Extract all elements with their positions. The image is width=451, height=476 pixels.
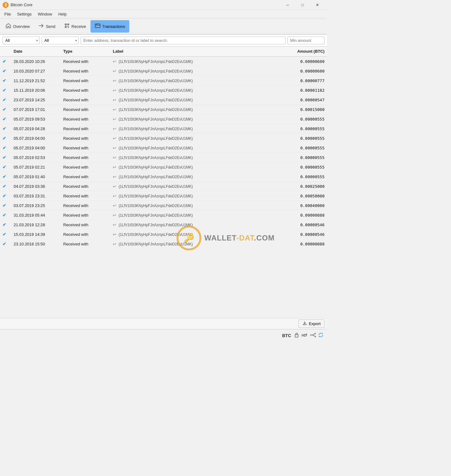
row-status: ✔: [0, 66, 11, 76]
row-status: ✔: [0, 162, 11, 172]
label-icon: ↩: [113, 69, 116, 73]
label-address: (1LfV1tSt3KNyHpFJnAzrqsLFdeD2EvU1MK): [119, 194, 193, 198]
row-label: ↩ (1LfV1tSt3KNyHpFJnAzrqsLFdeD2EvU1MK): [110, 95, 287, 105]
row-status: ✔: [0, 191, 11, 201]
date-filter[interactable]: All: [42, 37, 79, 44]
min-amount-input[interactable]: [287, 37, 325, 44]
row-type: Received with: [61, 182, 110, 191]
maximize-button[interactable]: □: [295, 0, 310, 10]
table-row[interactable]: ✔ 05.07.2019 04:28 Received with ↩ (1LfV…: [0, 124, 327, 134]
label-address: (1LfV1tSt3KNyHpFJnAzrqsLFdeD2EvU1MK): [119, 98, 193, 102]
table-row[interactable]: ✔ 31.03.2019 05:44 Received with ↩ (1LfV…: [0, 210, 327, 220]
row-type: Received with: [61, 105, 110, 114]
export-button[interactable]: Export: [298, 320, 325, 328]
table-row[interactable]: ✔ 15.03.2019 14:39 Received with ↩ (1LfV…: [0, 230, 327, 239]
table-row[interactable]: ✔ 26.03.2020 10:26 Received with ↩ (1LfV…: [0, 56, 327, 66]
table-row[interactable]: ✔ 05.07.2019 04:00 Received with ↩ (1LfV…: [0, 134, 327, 143]
row-type: Received with: [61, 143, 110, 153]
row-label: ↩ (1LfV1tSt3KNyHpFJnAzrqsLFdeD2EvU1MK): [110, 239, 287, 249]
table-row[interactable]: ✔ 10.03.2020 07:27 Received with ↩ (1LfV…: [0, 66, 327, 76]
row-date: 23.10.2018 15:50: [11, 239, 61, 249]
home-icon: [6, 23, 11, 30]
table-row[interactable]: ✔ 11.12.2019 21:52 Received with ↩ (1LfV…: [0, 76, 327, 86]
type-filter[interactable]: All: [2, 37, 40, 44]
menu-window[interactable]: Window: [35, 11, 55, 18]
row-type: Received with: [61, 210, 110, 220]
table-row[interactable]: ✔ 21.03.2019 12:28 Received with ↩ (1LfV…: [0, 220, 327, 230]
table-row[interactable]: ✔ 05.07.2019 02:53 Received with ↩ (1LfV…: [0, 153, 327, 162]
table-row[interactable]: ✔ 05.07.2019 09:53 Received with ↩ (1LfV…: [0, 114, 327, 124]
svg-rect-5: [95, 24, 100, 28]
svg-rect-3: [68, 24, 69, 25]
sync-icon[interactable]: [318, 333, 323, 339]
row-amount: 0.00050000: [287, 191, 327, 201]
menu-help[interactable]: Help: [55, 11, 70, 18]
table-row[interactable]: ✔ 23.10.2018 15:50 Received with ↩ (1LfV…: [0, 239, 327, 249]
nav-transactions[interactable]: Transactions: [91, 20, 130, 33]
close-button[interactable]: ✕: [310, 0, 325, 10]
row-label: ↩ (1LfV1tSt3KNyHpFJnAzrqsLFdeD2EvU1MK): [110, 143, 287, 153]
nav-receive[interactable]: Receive: [60, 20, 91, 33]
label-address: (1LfV1tSt3KNyHpFJnAzrqsLFdeD2EvU1MK): [119, 136, 193, 141]
label-icon: ↩: [113, 232, 116, 237]
row-date: 11.12.2019 21:52: [11, 76, 61, 86]
search-input[interactable]: [81, 37, 285, 44]
row-amount: 0.00000555: [287, 114, 327, 124]
col-header-type[interactable]: Type: [61, 46, 110, 56]
row-status: ✔: [0, 172, 11, 182]
table-row[interactable]: ✔ 03.07.2019 23:31 Received with ↩ (1LfV…: [0, 191, 327, 201]
label-icon: ↩: [113, 213, 116, 218]
col-header-label[interactable]: Label: [110, 46, 287, 56]
table-row[interactable]: ✔ 07.07.2019 17:01 Received with ↩ (1LfV…: [0, 105, 327, 114]
row-status: ✔: [0, 105, 11, 114]
row-status: ✔: [0, 124, 11, 134]
table-row[interactable]: ✔ 03.07.2019 23:25 Received with ↩ (1LfV…: [0, 201, 327, 210]
row-date: 05.07.2019 04:00: [11, 143, 61, 153]
minimize-button[interactable]: ─: [281, 0, 295, 10]
label-address: (1LfV1tSt3KNyHpFJnAzrqsLFdeD2EvU1MK): [119, 223, 193, 227]
row-type: Received with: [61, 124, 110, 134]
hd-icon[interactable]: HD: [302, 333, 308, 339]
row-date: 21.03.2019 12:28: [11, 220, 61, 230]
menu-file[interactable]: File: [1, 11, 14, 18]
svg-rect-2: [66, 24, 66, 25]
row-amount: 0.00000555: [287, 134, 327, 143]
export-bar: Export: [0, 318, 327, 329]
row-amount: 0.00000546: [287, 220, 327, 230]
nav-overview[interactable]: Overview: [1, 20, 34, 33]
table-row[interactable]: ✔ 15.11.2019 20:06 Received with ↩ (1LfV…: [0, 86, 327, 95]
label-address: (1LfV1tSt3KNyHpFJnAzrqsLFdeD2EvU1MK): [119, 242, 193, 246]
table-row[interactable]: ✔ 05.07.2019 01:40 Received with ↩ (1LfV…: [0, 172, 327, 182]
main-content: All All Date Type Label Amount (BTC): [0, 35, 327, 352]
lock-icon[interactable]: [294, 333, 299, 339]
row-amount: 0.00000555: [287, 172, 327, 182]
row-status: ✔: [0, 95, 11, 105]
row-label: ↩ (1LfV1tSt3KNyHpFJnAzrqsLFdeD2EvU1MK): [110, 56, 287, 66]
row-label: ↩ (1LfV1tSt3KNyHpFJnAzrqsLFdeD2EvU1MK): [110, 114, 287, 124]
table-row[interactable]: ✔ 23.07.2019 14:25 Received with ↩ (1LfV…: [0, 95, 327, 105]
row-date: 05.07.2019 01:40: [11, 172, 61, 182]
table-row[interactable]: ✔ 04.07.2019 03:36 Received with ↩ (1LfV…: [0, 182, 327, 191]
menu-settings[interactable]: Settings: [14, 11, 35, 18]
row-amount: 0.00000547: [287, 95, 327, 105]
col-header-date[interactable]: Date: [11, 46, 61, 56]
table-row[interactable]: ✔ 05.07.2019 04:00 Received with ↩ (1LfV…: [0, 143, 327, 153]
transactions-table: Date Type Label Amount (BTC) ✔ 26.03.202…: [0, 46, 327, 249]
row-status: ✔: [0, 201, 11, 210]
label-icon: ↩: [113, 194, 116, 198]
row-type: Received with: [61, 95, 110, 105]
row-label: ↩ (1LfV1tSt3KNyHpFJnAzrqsLFdeD2EvU1MK): [110, 220, 287, 230]
transactions-table-wrapper[interactable]: Date Type Label Amount (BTC) ✔ 26.03.202…: [0, 46, 327, 318]
row-amount: 0.00000555: [287, 162, 327, 172]
col-header-amount[interactable]: Amount (BTC): [287, 46, 327, 56]
nav-send[interactable]: Send: [34, 20, 60, 33]
row-label: ↩ (1LfV1tSt3KNyHpFJnAzrqsLFdeD2EvU1MK): [110, 182, 287, 191]
row-amount: 0.00025000: [287, 182, 327, 191]
nav-receive-label: Receive: [72, 24, 86, 29]
table-row[interactable]: ✔ 05.07.2019 02:21 Received with ↩ (1LfV…: [0, 162, 327, 172]
row-date: 23.07.2019 14:25: [11, 95, 61, 105]
row-amount: 0.00015000: [287, 105, 327, 114]
network-icon[interactable]: [310, 333, 316, 339]
row-date: 05.07.2019 04:28: [11, 124, 61, 134]
row-amount: 0.00000600: [287, 56, 327, 66]
